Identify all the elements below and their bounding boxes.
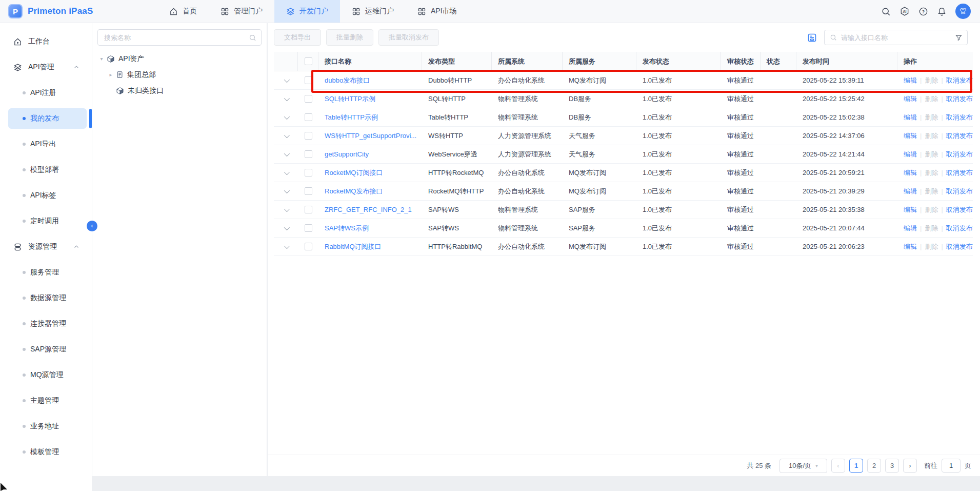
- chevron-down-icon[interactable]: [284, 245, 289, 249]
- row-action-1[interactable]: 删除: [925, 95, 938, 103]
- sidebar-item-14[interactable]: 主题管理: [8, 390, 87, 411]
- ai-assistant-icon[interactable]: AI: [899, 6, 910, 16]
- tree-node-0[interactable]: ▾API资产: [97, 51, 262, 67]
- page-button-3[interactable]: 3: [885, 459, 899, 473]
- interface-name-link[interactable]: WS转HTTP_getSupportProvi...: [325, 132, 416, 140]
- interface-name-link[interactable]: RabbitMQ订阅接口: [325, 243, 382, 250]
- chevron-down-icon[interactable]: [284, 189, 289, 193]
- interface-name-link[interactable]: SAP转WS示例: [325, 224, 369, 232]
- chevron-down-icon[interactable]: [284, 226, 289, 230]
- row-action-2[interactable]: 取消发布: [946, 113, 973, 121]
- nav-item-2[interactable]: 开发门户: [274, 0, 340, 23]
- chevron-down-icon[interactable]: [284, 134, 289, 138]
- interface-name-link[interactable]: SQL转HTTP示例: [325, 95, 375, 103]
- page-size-select[interactable]: 10条/页▾: [779, 459, 827, 473]
- interface-name-link[interactable]: ZRFC_GET_RFC_INFO_2_1: [325, 206, 412, 213]
- row-checkbox[interactable]: [305, 243, 312, 250]
- page-button-1[interactable]: 1: [849, 459, 863, 473]
- nav-item-4[interactable]: API市场: [406, 0, 469, 23]
- chevron-down-icon[interactable]: [284, 78, 289, 83]
- row-checkbox[interactable]: [305, 95, 312, 103]
- sidebar-item-15[interactable]: 业务地址: [8, 416, 87, 437]
- row-action-1[interactable]: 删除: [925, 187, 938, 195]
- row-action-0[interactable]: 编辑: [904, 206, 917, 213]
- prev-page-button[interactable]: ‹: [831, 459, 845, 473]
- sidebar-item-7[interactable]: 定时调用: [8, 211, 87, 231]
- chevron-down-icon[interactable]: [284, 115, 289, 120]
- toolbar-button-0[interactable]: 文档导出: [274, 29, 321, 46]
- row-action-1[interactable]: 删除: [925, 132, 938, 140]
- row-action-1[interactable]: 删除: [925, 113, 938, 121]
- user-avatar[interactable]: 管: [955, 4, 971, 19]
- row-action-0[interactable]: 编辑: [904, 132, 917, 140]
- chevron-down-icon[interactable]: [284, 171, 289, 175]
- chevron-down-icon[interactable]: [284, 208, 289, 212]
- row-action-1[interactable]: 删除: [925, 243, 938, 250]
- row-checkbox[interactable]: [305, 224, 312, 232]
- row-action-0[interactable]: 编辑: [904, 95, 917, 103]
- row-action-1[interactable]: 删除: [925, 76, 938, 84]
- sidebar-item-10[interactable]: 数据源管理: [8, 288, 87, 308]
- page-button-2[interactable]: 2: [867, 459, 881, 473]
- row-action-2[interactable]: 取消发布: [946, 206, 973, 213]
- goto-page-input[interactable]: [942, 459, 961, 473]
- interface-search-input[interactable]: [841, 34, 951, 42]
- sidebar-item-13[interactable]: MQ源管理: [8, 365, 87, 385]
- row-checkbox[interactable]: [305, 206, 312, 213]
- interface-name-link[interactable]: Table转HTTP示例: [325, 113, 378, 121]
- sidebar-item-2[interactable]: API注册: [8, 83, 87, 103]
- nav-item-0[interactable]: 首页: [157, 0, 209, 23]
- chevron-down-icon[interactable]: [284, 97, 289, 101]
- row-checkbox[interactable]: [305, 150, 312, 158]
- search-icon[interactable]: [881, 7, 891, 16]
- row-checkbox[interactable]: [305, 187, 312, 195]
- row-action-2[interactable]: 取消发布: [946, 150, 973, 158]
- help-icon[interactable]: ?: [918, 7, 928, 16]
- interface-name-link[interactable]: dubbo发布接口: [325, 76, 370, 84]
- row-action-2[interactable]: 取消发布: [946, 76, 973, 84]
- interface-name-link[interactable]: RocketMQ发布接口: [325, 187, 383, 195]
- row-action-0[interactable]: 编辑: [904, 187, 917, 195]
- chevron-up-icon[interactable]: [73, 64, 79, 70]
- tree-node-2[interactable]: 未归类接口: [97, 83, 262, 99]
- sidebar-item-9[interactable]: 服务管理: [8, 262, 87, 283]
- row-action-1[interactable]: 删除: [925, 150, 938, 158]
- sidebar-item-3[interactable]: 我的发布: [8, 108, 87, 129]
- sidebar-item-4[interactable]: API导出: [8, 134, 87, 154]
- toolbar-button-2[interactable]: 批量取消发布: [378, 29, 439, 46]
- chevron-down-icon[interactable]: [284, 152, 289, 156]
- row-action-2[interactable]: 取消发布: [946, 95, 973, 103]
- row-action-1[interactable]: 删除: [925, 206, 938, 213]
- tree-caret-down-icon[interactable]: ▾: [97, 56, 106, 62]
- select-all-checkbox[interactable]: [305, 57, 312, 65]
- row-action-1[interactable]: 删除: [925, 224, 938, 232]
- row-action-1[interactable]: 删除: [925, 169, 938, 176]
- sidebar-item-1[interactable]: API管理: [8, 57, 87, 77]
- sidebar-item-6[interactable]: API标签: [8, 185, 87, 206]
- sidebar-item-16[interactable]: 模板管理: [8, 442, 87, 462]
- next-page-button[interactable]: ›: [903, 459, 917, 473]
- row-action-0[interactable]: 编辑: [904, 243, 917, 250]
- sidebar-item-5[interactable]: 模型部署: [8, 160, 87, 180]
- row-action-2[interactable]: 取消发布: [946, 243, 973, 250]
- row-checkbox[interactable]: [305, 76, 312, 84]
- interface-name-link[interactable]: RocketMQ订阅接口: [325, 169, 383, 176]
- row-checkbox[interactable]: [305, 113, 312, 121]
- nav-item-3[interactable]: 运维门户: [340, 0, 406, 23]
- export-record-icon[interactable]: [807, 32, 817, 43]
- row-checkbox[interactable]: [305, 132, 312, 140]
- sidebar-item-11[interactable]: 连接器管理: [8, 313, 87, 334]
- toolbar-button-1[interactable]: 批量删除: [326, 29, 373, 46]
- tree-search-input[interactable]: [98, 34, 261, 42]
- sidebar-item-12[interactable]: SAP源管理: [8, 339, 87, 360]
- brand[interactable]: P Primeton iPaaS: [0, 4, 126, 18]
- notification-bell-icon[interactable]: [937, 7, 947, 16]
- row-action-0[interactable]: 编辑: [904, 76, 917, 84]
- sidebar-item-0[interactable]: 工作台: [8, 31, 87, 52]
- sidebar-item-8[interactable]: 资源管理: [8, 237, 87, 257]
- row-checkbox[interactable]: [305, 169, 312, 176]
- row-action-2[interactable]: 取消发布: [946, 132, 973, 140]
- row-action-0[interactable]: 编辑: [904, 113, 917, 121]
- nav-item-1[interactable]: 管理门户: [209, 0, 274, 23]
- row-action-2[interactable]: 取消发布: [946, 224, 973, 232]
